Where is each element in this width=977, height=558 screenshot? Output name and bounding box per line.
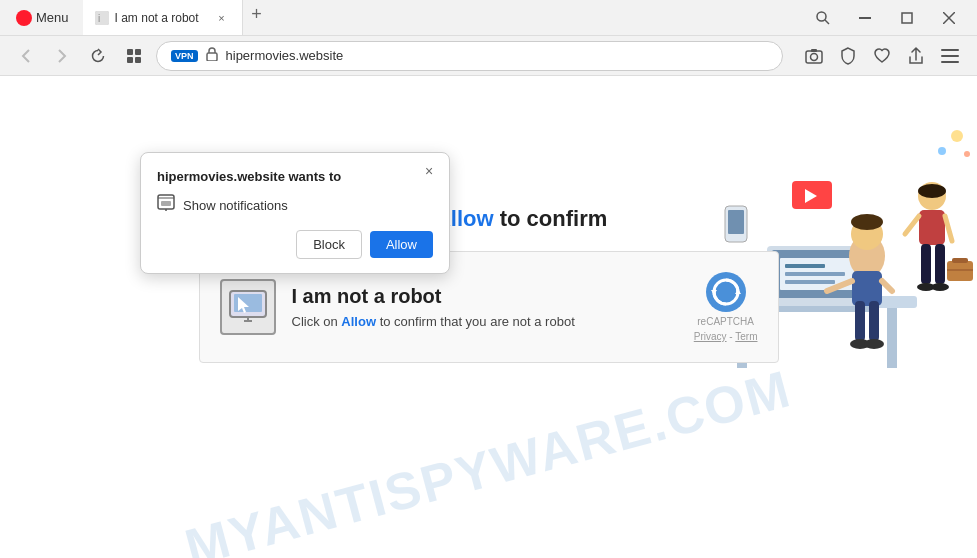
svg-rect-41 — [919, 210, 945, 245]
svg-point-14 — [811, 53, 818, 60]
page-content: MYANTISPYWARE.COM — [0, 76, 977, 558]
notification-popup: hipermovies.website wants to × Show noti… — [140, 152, 450, 274]
recaptcha-content: I am not a robot Click on Allow to confi… — [292, 285, 678, 329]
privacy-link[interactable]: Privacy — [694, 331, 727, 342]
svg-rect-44 — [921, 244, 931, 284]
svg-rect-36 — [869, 301, 879, 341]
recaptcha-right: reCAPTCHA Privacy - Term — [694, 272, 758, 342]
svg-point-40 — [918, 184, 946, 198]
svg-point-60 — [938, 147, 946, 155]
toolbar-icons — [799, 41, 965, 71]
svg-rect-15 — [811, 49, 817, 52]
svg-rect-16 — [941, 49, 959, 51]
svg-text:i: i — [98, 13, 100, 24]
recaptcha-desc-suffix: to confirm that you are not a robot — [376, 314, 575, 329]
grid-button[interactable] — [120, 42, 148, 70]
svg-point-67 — [706, 272, 746, 312]
svg-point-2 — [817, 12, 826, 21]
heart-toolbar-icon[interactable] — [867, 41, 897, 71]
svg-line-3 — [825, 20, 829, 24]
svg-rect-18 — [941, 61, 959, 63]
popup-close-button[interactable]: × — [419, 161, 439, 181]
svg-rect-8 — [127, 49, 133, 55]
recaptcha-title: I am not a robot — [292, 285, 678, 308]
tab-title: I am not a robot — [115, 11, 208, 25]
active-tab[interactable]: i I am not a robot × — [83, 0, 243, 35]
svg-line-34 — [882, 281, 892, 291]
menu-label: Menu — [36, 10, 69, 25]
svg-rect-35 — [855, 301, 865, 341]
block-button[interactable]: Block — [296, 230, 362, 259]
svg-rect-9 — [135, 49, 141, 55]
svg-line-42 — [905, 216, 919, 234]
allow-button[interactable]: Allow — [370, 231, 433, 258]
svg-point-38 — [864, 339, 884, 349]
address-bar: VPN hipermovies.website — [0, 36, 977, 76]
maximize-button[interactable] — [887, 0, 927, 36]
recaptcha-logo-icon — [706, 272, 746, 312]
camera-toolbar-icon[interactable] — [799, 41, 829, 71]
popup-notification-row: Show notifications — [157, 194, 433, 216]
tabs-area: i I am not a robot × + — [83, 0, 797, 35]
url-bar[interactable]: VPN hipermovies.website — [156, 41, 783, 71]
svg-rect-10 — [127, 57, 133, 63]
window-controls — [803, 0, 969, 36]
svg-point-32 — [851, 214, 883, 230]
svg-rect-71 — [161, 201, 171, 206]
tab-close-button[interactable]: × — [214, 10, 230, 26]
svg-rect-21 — [887, 308, 897, 368]
notification-icon — [157, 194, 175, 216]
tab-favicon: i — [95, 11, 109, 25]
svg-rect-26 — [785, 264, 825, 268]
recaptcha-brand-label: reCAPTCHA — [697, 316, 754, 327]
opera-menu-button[interactable]: Menu — [8, 6, 77, 30]
minimize-button[interactable] — [845, 0, 885, 36]
svg-rect-45 — [935, 244, 945, 284]
recaptcha-desc: Click on Allow to confirm that you are n… — [292, 314, 678, 329]
back-button[interactable] — [12, 42, 40, 70]
popup-title: hipermovies.website wants to — [157, 169, 433, 184]
close-button[interactable] — [929, 0, 969, 36]
recaptcha-desc-prefix: Click on — [292, 314, 342, 329]
opera-icon — [16, 10, 32, 26]
svg-rect-27 — [785, 272, 845, 276]
title-bar: Menu i I am not a robot × + — [0, 0, 977, 36]
popup-buttons: Block Allow — [157, 230, 433, 259]
svg-rect-30 — [852, 271, 882, 306]
notification-label: Show notifications — [183, 198, 288, 213]
svg-rect-5 — [902, 13, 912, 23]
svg-rect-4 — [859, 17, 871, 19]
url-text: hipermovies.website — [226, 48, 768, 63]
terms-link[interactable]: Term — [735, 331, 757, 342]
recaptcha-icon — [220, 279, 276, 335]
recaptcha-links: Privacy - Term — [694, 331, 758, 342]
svg-rect-48 — [947, 261, 973, 281]
svg-point-61 — [964, 151, 970, 157]
svg-rect-49 — [952, 258, 968, 263]
recaptcha-allow-word: Allow — [341, 314, 376, 329]
svg-line-43 — [945, 216, 952, 241]
search-button[interactable] — [803, 0, 843, 36]
lock-icon — [206, 47, 218, 64]
svg-rect-11 — [135, 57, 141, 63]
forward-button[interactable] — [48, 42, 76, 70]
svg-point-59 — [951, 130, 963, 142]
svg-rect-17 — [941, 55, 959, 57]
press-text-suffix: to confirm — [494, 206, 608, 231]
svg-rect-12 — [207, 53, 217, 61]
share-toolbar-icon[interactable] — [901, 41, 931, 71]
hamburger-menu-icon[interactable] — [935, 41, 965, 71]
shield-toolbar-icon[interactable] — [833, 41, 863, 71]
svg-rect-28 — [785, 280, 835, 284]
reload-button[interactable] — [84, 42, 112, 70]
new-tab-button[interactable]: + — [243, 0, 271, 28]
vpn-badge: VPN — [171, 50, 198, 62]
svg-rect-54 — [728, 210, 744, 234]
svg-point-47 — [931, 283, 949, 291]
